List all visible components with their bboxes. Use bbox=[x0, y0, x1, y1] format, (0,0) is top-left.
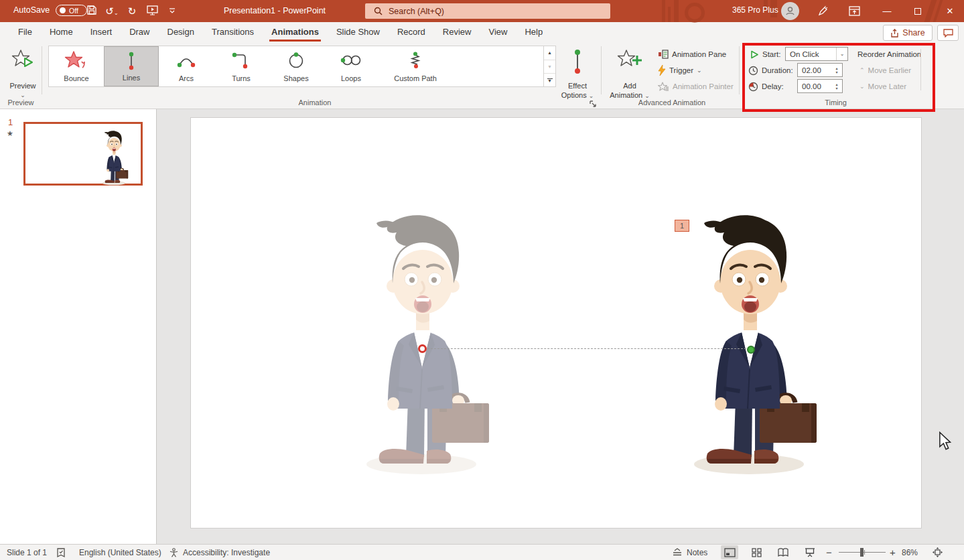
start-select-arrow[interactable]: ⌄ bbox=[836, 48, 847, 60]
fit-slide-icon bbox=[933, 547, 943, 557]
gallery-scrollbar: ▴ ▾ ▾ bbox=[544, 46, 556, 87]
gallery-scroll-up-button[interactable]: ▴ bbox=[544, 46, 555, 60]
slide-count[interactable]: Slide 1 of 1 bbox=[7, 545, 47, 560]
slide-thumbnail[interactable] bbox=[23, 122, 143, 186]
accessibility-button[interactable]: Accessibility: Investigate bbox=[169, 545, 270, 560]
thumbnail-figure bbox=[100, 129, 129, 186]
slide-sorter-icon bbox=[752, 548, 762, 557]
gallery-item-loops[interactable]: Loops bbox=[324, 46, 378, 86]
move-later-button[interactable]: ⌄ Move Later bbox=[859, 79, 906, 94]
slideshow-icon bbox=[805, 548, 815, 557]
normal-view-icon bbox=[724, 548, 736, 557]
tab-draw[interactable]: Draw bbox=[121, 22, 158, 42]
titlebar-art bbox=[685, 3, 705, 23]
delay-spinner[interactable]: ▴▾ bbox=[833, 80, 841, 92]
tab-insert[interactable]: Insert bbox=[82, 22, 121, 42]
add-animation-button[interactable]: Add Animation ⌄ bbox=[608, 45, 651, 98]
businessman-ghost-figure[interactable] bbox=[358, 208, 492, 476]
duration-input[interactable]: 02.00 ▴▾ bbox=[797, 63, 843, 77]
normal-view-button[interactable] bbox=[721, 545, 738, 559]
preview-button[interactable]: Preview ⌄ bbox=[5, 45, 41, 98]
tab-review[interactable]: Review bbox=[434, 22, 480, 42]
zoom-in-button[interactable]: + bbox=[890, 545, 896, 560]
share-button[interactable]: Share bbox=[883, 25, 933, 41]
effect-options-button[interactable]: Effect Options ⌄ bbox=[558, 45, 597, 98]
motion-path-end-marker[interactable] bbox=[418, 344, 427, 353]
businessman-figure[interactable] bbox=[685, 208, 819, 476]
gallery-scroll-down-button[interactable]: ▾ bbox=[544, 60, 555, 74]
tab-design[interactable]: Design bbox=[159, 22, 203, 42]
trigger-button[interactable]: Trigger⌄ bbox=[658, 63, 702, 78]
spellcheck-icon bbox=[56, 548, 66, 557]
slideshow-view-button[interactable] bbox=[801, 545, 819, 559]
gallery-item-shapes[interactable]: Shapes bbox=[269, 46, 324, 86]
spellcheck-button[interactable] bbox=[56, 545, 66, 560]
tab-transitions[interactable]: Transitions bbox=[203, 22, 263, 42]
maximize-button[interactable] bbox=[904, 0, 932, 22]
slide-sorter-view-button[interactable] bbox=[748, 545, 765, 559]
motion-path-line[interactable] bbox=[427, 348, 746, 349]
avatar[interactable] bbox=[781, 2, 799, 20]
timing-inner-divider bbox=[920, 49, 921, 90]
customize-qat-icon[interactable] bbox=[162, 5, 182, 17]
tab-record[interactable]: Record bbox=[389, 22, 434, 42]
titlebar-art bbox=[668, 7, 671, 22]
tab-slide-show[interactable]: Slide Show bbox=[328, 22, 389, 42]
search-input[interactable]: Search (Alt+Q) bbox=[365, 3, 610, 19]
zoom-out-button[interactable]: − bbox=[826, 545, 832, 560]
tab-animations[interactable]: Animations bbox=[263, 22, 328, 42]
autosave-label: AutoSave bbox=[13, 5, 50, 15]
tab-home[interactable]: Home bbox=[41, 22, 82, 42]
save-icon[interactable] bbox=[82, 5, 102, 17]
lines-icon bbox=[119, 52, 143, 70]
delay-input[interactable]: 00.00 ▴▾ bbox=[797, 79, 843, 93]
start-select[interactable]: On Click ⌄ bbox=[785, 47, 848, 61]
custom-path-icon bbox=[403, 51, 427, 70]
notes-icon bbox=[672, 548, 683, 557]
zoom-slider-thumb[interactable] bbox=[860, 548, 864, 557]
account-label[interactable]: 365 Pro Plus bbox=[732, 5, 778, 15]
tab-view[interactable]: View bbox=[480, 22, 516, 42]
gallery-item-lines[interactable]: Lines bbox=[104, 46, 159, 86]
tab-file[interactable]: File bbox=[9, 22, 41, 42]
gallery-item-arcs[interactable]: Arcs bbox=[159, 46, 214, 86]
redo-icon[interactable]: ↻ bbox=[122, 5, 142, 17]
undo-icon[interactable]: ↺⌄ bbox=[102, 5, 122, 17]
reading-view-button[interactable] bbox=[774, 545, 792, 559]
animation-pane-button[interactable]: Animation Pane bbox=[658, 47, 726, 62]
minimize-button[interactable]: — bbox=[873, 0, 901, 22]
fit-slide-button[interactable] bbox=[933, 545, 943, 560]
ink-pen-icon[interactable] bbox=[809, 0, 836, 22]
language-button[interactable]: English (United States) bbox=[79, 545, 161, 560]
delay-clock-icon bbox=[748, 82, 758, 92]
animation-group-label: Animation bbox=[67, 98, 563, 107]
notes-button[interactable]: Notes bbox=[672, 545, 707, 560]
move-earlier-icon: ⌃ bbox=[859, 67, 865, 74]
gallery-item-bounce[interactable]: Bounce bbox=[49, 46, 104, 86]
zoom-level[interactable]: 86% bbox=[902, 545, 918, 560]
close-button[interactable]: ✕ bbox=[936, 0, 964, 22]
group-divider bbox=[601, 46, 602, 94]
undo-dropdown-icon[interactable]: ⌄ bbox=[114, 10, 119, 16]
zoom-slider-tick bbox=[864, 550, 865, 555]
motion-path-start-marker[interactable] bbox=[747, 346, 755, 354]
tab-help[interactable]: Help bbox=[516, 22, 551, 42]
shapes-icon bbox=[284, 51, 308, 70]
animation-painter-button[interactable]: Animation Painter bbox=[658, 79, 734, 94]
gallery-item-custom-path[interactable]: Custom Path bbox=[378, 46, 452, 86]
loops-icon bbox=[339, 51, 363, 70]
move-earlier-button[interactable]: ⌃ Move Earlier bbox=[859, 63, 911, 78]
reorder-animation-label: Reorder Animation bbox=[857, 47, 921, 62]
animation-order-badge[interactable]: 1 bbox=[675, 220, 689, 232]
ribbon-display-options-icon[interactable] bbox=[841, 0, 868, 22]
start-slideshow-icon[interactable] bbox=[142, 5, 162, 17]
slide-canvas[interactable]: 1 bbox=[190, 117, 922, 529]
group-divider bbox=[42, 46, 42, 94]
comments-button[interactable] bbox=[937, 25, 959, 41]
delay-row: Delay: bbox=[748, 79, 784, 94]
gallery-more-button[interactable]: ▾ bbox=[544, 74, 555, 88]
gallery-item-turns[interactable]: Turns bbox=[214, 46, 269, 86]
mouse-cursor bbox=[939, 431, 951, 451]
duration-spinner[interactable]: ▴▾ bbox=[833, 64, 841, 76]
workspace: 1 bbox=[157, 109, 964, 544]
